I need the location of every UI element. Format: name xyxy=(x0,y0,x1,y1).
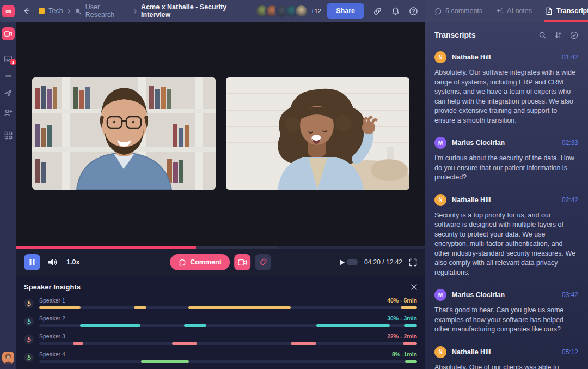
speaker-avatar: N xyxy=(434,51,446,63)
speech-segment[interactable] xyxy=(141,360,189,363)
chevron-right-icon xyxy=(133,9,137,14)
speaker-stat: 8% -1min xyxy=(392,351,417,358)
speaker-label: Speaker 2 xyxy=(39,315,65,322)
transcript-text[interactable]: That's good to hear. Can you give us som… xyxy=(434,306,578,335)
transcript-text[interactable]: Security is a top priority for us, and o… xyxy=(434,211,578,278)
speech-segment[interactable] xyxy=(134,306,146,309)
transcript-entry[interactable]: M Marius Ciocirlan 02:33 I'm curious abo… xyxy=(425,137,588,183)
tab-ai-notes[interactable]: AI notes xyxy=(495,0,532,22)
speaker-name: Nathalie Hill xyxy=(452,53,491,61)
close-icon[interactable] xyxy=(411,284,417,290)
speaker-timeline[interactable] xyxy=(39,360,417,363)
speaker-row: Speaker 1 40% - 5min xyxy=(24,297,417,309)
sidebar-item-inbox[interactable]: 3 xyxy=(4,55,13,63)
speaker-avatar: M xyxy=(434,289,446,301)
speaker-name: Marius Ciocirlan xyxy=(452,291,505,299)
notifications-bell-icon[interactable] xyxy=(391,7,400,16)
speech-segment[interactable] xyxy=(401,306,417,309)
volume-icon[interactable] xyxy=(48,258,58,267)
tab-comments[interactable]: 5 comments xyxy=(434,0,482,22)
pause-button[interactable] xyxy=(24,254,40,270)
back-arrow-icon[interactable] xyxy=(22,7,31,15)
speaker-timeline[interactable] xyxy=(39,324,417,327)
speaker-row: Speaker 3 22% - 2min xyxy=(24,333,417,345)
transcript-entry[interactable]: N Nathalie Hill 02:42 Security is a top … xyxy=(425,194,588,278)
speech-segment[interactable] xyxy=(73,342,83,345)
timestamp-link[interactable]: 01:42 xyxy=(562,53,578,61)
comment-button[interactable]: Comment xyxy=(170,254,230,270)
timestamp-link[interactable]: 05:12 xyxy=(562,348,578,356)
top-bar-left: c/o Tech User Research Acme x Nathalie -… xyxy=(0,0,425,22)
speaker-timeline[interactable] xyxy=(39,306,417,309)
speaker-label: Speaker 4 xyxy=(39,351,65,358)
timestamp-link[interactable]: 02:42 xyxy=(562,196,578,204)
player-controls: 1.0x Comment 04:20 / 12:42 xyxy=(16,249,425,276)
copy-link-icon[interactable] xyxy=(373,7,382,16)
clip-camera-button[interactable] xyxy=(234,254,250,270)
top-bar: c/o Tech User Research Acme x Nathalie -… xyxy=(0,0,588,22)
transcript-text[interactable]: I'm curious about the security of the da… xyxy=(434,154,578,183)
transcript-list: N Nathalie Hill 01:42 Absolutely. Our so… xyxy=(425,51,588,369)
sidebar-item-logo-glyph[interactable]: c/o xyxy=(5,74,11,78)
speaker-avatar: M xyxy=(434,137,446,149)
breadcrumb-session-title: Acme x Nathalie - Security Interview xyxy=(141,3,255,19)
sidebar-item-apps-grid[interactable] xyxy=(4,131,13,140)
speaker-avatar: N xyxy=(434,194,446,206)
transcript-entry[interactable]: N Nathalie Hill 05:12 Absolutely. One of… xyxy=(425,346,588,369)
breadcrumb-workspace[interactable]: Tech xyxy=(48,7,63,15)
check-circle-icon[interactable] xyxy=(570,31,578,39)
workspace-color-swatch xyxy=(39,8,45,14)
speech-segment[interactable] xyxy=(184,324,207,327)
playback-speed[interactable]: 1.0x xyxy=(66,258,79,266)
sidebar-item-send[interactable] xyxy=(4,89,13,98)
microphone-icon xyxy=(24,353,34,362)
video-tile-participant-2[interactable] xyxy=(226,77,409,190)
sidebar-item-sessions-active[interactable] xyxy=(2,27,15,40)
speaker-name: Nathalie Hill xyxy=(452,348,491,356)
speech-segment[interactable] xyxy=(316,324,390,327)
app-logo[interactable]: c/o xyxy=(2,5,15,17)
speaker-insights-panel: Speaker Insights Speaker 1 40% - 5min Sp… xyxy=(16,276,425,369)
collaborator-avatars[interactable] xyxy=(255,4,308,18)
speaker-timeline[interactable] xyxy=(39,342,417,345)
speech-segment[interactable] xyxy=(172,342,197,345)
speech-segment[interactable] xyxy=(405,360,417,363)
tab-comments-label: 5 comments xyxy=(445,7,482,15)
transcript-entry[interactable]: N Nathalie Hill 01:42 Absolutely. Our so… xyxy=(425,51,588,125)
tags-button[interactable] xyxy=(255,254,271,270)
speech-segment[interactable] xyxy=(80,324,140,327)
transcript-text[interactable]: Absolutely. Our software integrates with… xyxy=(434,68,578,125)
help-icon[interactable] xyxy=(409,7,418,16)
speech-segment[interactable] xyxy=(39,306,81,309)
playback-time: 04:20 / 12:42 xyxy=(364,258,402,266)
user-avatar[interactable] xyxy=(2,352,14,364)
transcripts-title: Transcripts xyxy=(434,31,475,39)
timestamp-link[interactable]: 03:42 xyxy=(562,291,578,299)
transcript-entry[interactable]: M Marius Ciocirlan 03:42 That's good to … xyxy=(425,289,588,335)
speech-segment[interactable] xyxy=(403,342,417,345)
speaker-insights-title: Speaker Insights xyxy=(24,283,81,291)
breadcrumb-project[interactable]: User Research xyxy=(85,3,130,19)
transcript-panel: Transcripts N Nathalie Hill 01:42 Absolu… xyxy=(425,22,588,369)
transcript-text[interactable]: Absolutely. One of our clients was able … xyxy=(434,363,578,369)
speech-segment[interactable] xyxy=(291,342,316,345)
video-tile-participant-1[interactable] xyxy=(32,77,216,190)
avatar[interactable] xyxy=(295,4,308,18)
fullscreen-icon[interactable] xyxy=(409,258,417,267)
speaker-rows: Speaker 1 40% - 5min Speaker 2 30% - 3mi… xyxy=(24,297,417,363)
speech-segment[interactable] xyxy=(188,306,291,309)
timestamp-link[interactable]: 02:33 xyxy=(562,139,578,147)
project-icon xyxy=(75,8,82,15)
sort-icon[interactable] xyxy=(554,31,562,39)
share-button[interactable]: Share xyxy=(327,3,364,19)
avatar-overflow-count[interactable]: +12 xyxy=(311,8,322,14)
sidebar-item-invite-user[interactable] xyxy=(4,108,13,117)
skip-silence-toggle[interactable] xyxy=(340,259,358,265)
video-stage[interactable] xyxy=(16,22,425,246)
tab-transcript[interactable]: Transcript xyxy=(545,0,588,22)
search-icon[interactable] xyxy=(538,31,547,39)
chevron-right-icon xyxy=(67,9,71,14)
speech-segment[interactable] xyxy=(404,324,417,327)
microphone-icon xyxy=(24,335,34,344)
left-sidebar: 3 c/o xyxy=(0,22,16,369)
